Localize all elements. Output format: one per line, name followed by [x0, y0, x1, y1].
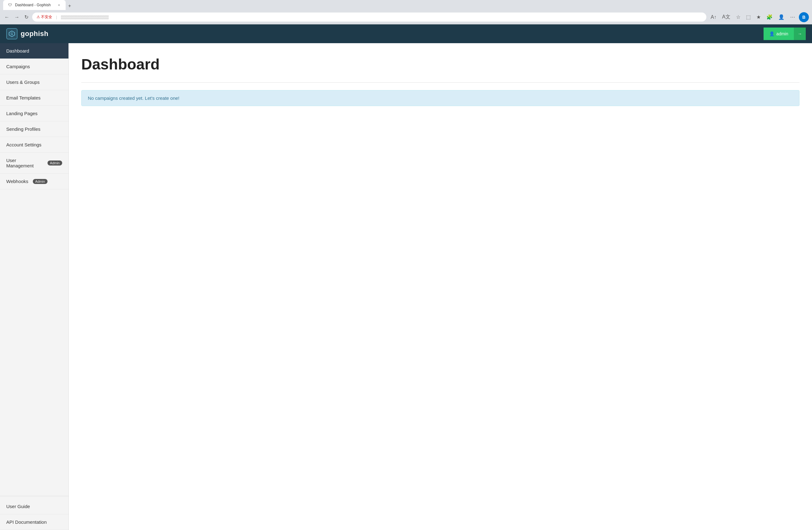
address-bar[interactable]: ⚠ 不安全 | ▒▒▒▒▒▒▒▒▒▒▒▒▒▒▒▒▒▒: [32, 13, 706, 22]
main-layout: Dashboard Campaigns Users & Groups Email…: [0, 43, 812, 530]
collections-button[interactable]: ★: [754, 12, 763, 22]
browser-tab[interactable]: 🛡 Dashboard - Gophish ×: [3, 0, 66, 10]
sidebar-item-label: User Guide: [6, 504, 30, 509]
top-nav: G gophish 👤 admin →: [0, 24, 812, 43]
extensions-button[interactable]: 🧩: [765, 12, 774, 22]
sidebar-item-user-management[interactable]: User Management Admin: [0, 153, 69, 173]
refresh-button[interactable]: ↻: [23, 13, 30, 21]
sidebar-item-dashboard[interactable]: Dashboard: [0, 43, 69, 59]
browser-chrome: 🛡 Dashboard - Gophish × + ← → ↻ ⚠ 不安全 | …: [0, 0, 812, 24]
sidebar-item-label: Webhooks: [6, 179, 28, 184]
svg-text:G: G: [11, 32, 13, 36]
sidebar-item-label: API Documentation: [6, 519, 46, 525]
favorites-button[interactable]: ☆: [734, 12, 742, 22]
sidebar-item-user-guide[interactable]: User Guide: [0, 499, 69, 514]
address-separator: |: [56, 15, 57, 19]
new-tab-button[interactable]: +: [66, 2, 73, 10]
admin-icon: 👤: [769, 31, 774, 36]
sidebar-item-label: Dashboard: [6, 48, 29, 54]
admin-label: admin: [777, 31, 788, 36]
tab-close-button[interactable]: ×: [58, 2, 61, 8]
logo-icon: G: [6, 28, 17, 39]
profile-button[interactable]: 👤: [777, 12, 786, 22]
sidebar-item-landing-pages[interactable]: Landing Pages: [0, 106, 69, 121]
admin-button[interactable]: 👤 admin: [764, 28, 794, 40]
top-nav-right: 👤 admin →: [764, 28, 806, 40]
sidebar-item-label: Landing Pages: [6, 111, 38, 116]
browser-actions: A↑ A文 ☆ ⬚ ★ 🧩 👤 ⋯ B: [709, 12, 809, 22]
sidebar-item-label: User Management: [6, 158, 43, 168]
read-aloud-button[interactable]: A↑: [709, 13, 719, 22]
sidebar-item-campaigns[interactable]: Campaigns: [0, 59, 69, 74]
logout-icon: →: [798, 31, 802, 36]
app-container: G gophish 👤 admin → Dashboard Cam: [0, 24, 812, 530]
sidebar-item-label: Users & Groups: [6, 80, 40, 85]
sidebar-item-label: Campaigns: [6, 64, 30, 69]
more-button[interactable]: ⋯: [788, 12, 797, 22]
sidebar-item-users-groups[interactable]: Users & Groups: [0, 74, 69, 90]
logout-button[interactable]: →: [794, 28, 806, 40]
address-url: ▒▒▒▒▒▒▒▒▒▒▒▒▒▒▒▒▒▒: [61, 15, 109, 19]
sidebar-nav: Dashboard Campaigns Users & Groups Email…: [0, 43, 69, 496]
sidebar-item-email-templates[interactable]: Email Templates: [0, 90, 69, 106]
logo-text: gophish: [20, 30, 48, 38]
webhooks-badge: Admin: [33, 179, 47, 184]
sidebar-item-account-settings[interactable]: Account Settings: [0, 137, 69, 153]
forward-button[interactable]: →: [13, 13, 20, 21]
tab-favicon: 🛡: [8, 3, 13, 7]
main-content: Dashboard No campaigns created yet. Let'…: [69, 43, 812, 530]
info-alert: No campaigns created yet. Let's create o…: [81, 90, 799, 106]
sidebar-item-sending-profiles[interactable]: Sending Profiles: [0, 121, 69, 137]
sidebar-item-webhooks[interactable]: Webhooks Admin: [0, 173, 69, 189]
sidebar-item-api-documentation[interactable]: API Documentation: [0, 514, 69, 530]
sidebar-item-label: Sending Profiles: [6, 126, 40, 132]
tab-title: Dashboard - Gophish: [15, 3, 55, 7]
sidebar-footer: User Guide API Documentation: [0, 496, 69, 530]
alert-message: No campaigns created yet. Let's create o…: [88, 95, 179, 101]
bing-button[interactable]: B: [799, 12, 809, 22]
logo-svg: G: [9, 30, 15, 37]
tab-bar: 🛡 Dashboard - Gophish × +: [0, 0, 812, 10]
sidebar-item-label: Email Templates: [6, 95, 41, 100]
sidebar-item-label: Account Settings: [6, 142, 42, 148]
translate-button[interactable]: A文: [720, 12, 732, 22]
back-button[interactable]: ←: [3, 13, 11, 21]
page-title: Dashboard: [81, 56, 799, 73]
security-warning: ⚠ 不安全: [37, 14, 52, 20]
user-management-badge: Admin: [47, 161, 62, 166]
sidebar: Dashboard Campaigns Users & Groups Email…: [0, 43, 69, 530]
split-view-button[interactable]: ⬚: [744, 12, 753, 22]
browser-addressbar: ← → ↻ ⚠ 不安全 | ▒▒▒▒▒▒▒▒▒▒▒▒▒▒▒▒▒▒ A↑ A文 ☆…: [0, 10, 812, 24]
page-divider: [81, 82, 799, 83]
logo-area: G gophish: [6, 28, 764, 39]
